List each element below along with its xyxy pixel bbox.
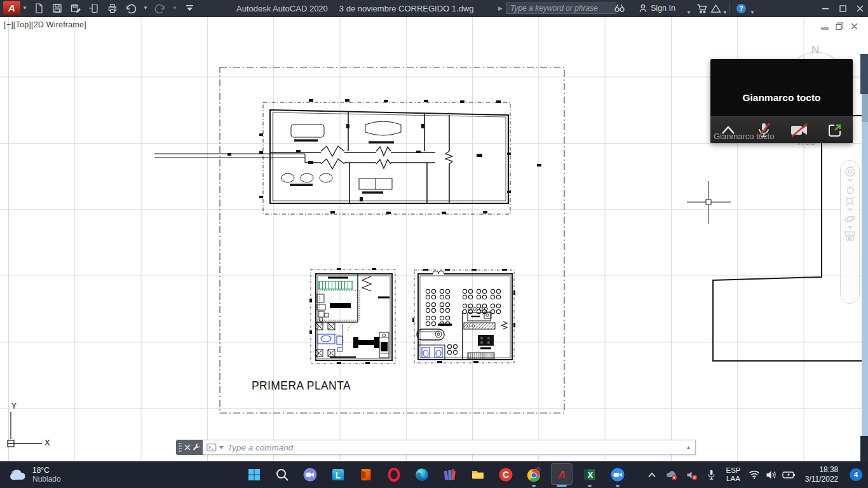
close-command-icon[interactable] (184, 444, 191, 451)
doc-restore-icon[interactable] (836, 22, 844, 30)
command-bar: ▲ (176, 440, 696, 455)
cloudy-weather-icon (9, 468, 27, 482)
taskbar-app-zoom[interactable] (604, 461, 632, 488)
keyboard-language: ESP (726, 466, 740, 474)
taskbar-app-ccleaner[interactable]: C (492, 461, 520, 488)
customize-wrench-icon[interactable] (193, 444, 200, 451)
taskbar-app-winrar[interactable] (436, 461, 464, 488)
undo-dropdown[interactable]: ▼ (142, 1, 149, 15)
lower-left-plan (309, 268, 395, 364)
save-as-button[interactable] (69, 1, 83, 15)
taskbar-app-opera[interactable] (380, 461, 408, 488)
viewport-view-control[interactable]: [Top] (13, 20, 31, 29)
compass-north-label: N (811, 44, 819, 56)
battery-charging-icon[interactable] (779, 471, 798, 479)
clock[interactable]: 18:38 3/11/2022 (798, 465, 845, 484)
orbit-icon[interactable] (844, 214, 855, 224)
volume-icon[interactable] (763, 470, 779, 480)
autocad-menu-button[interactable]: A (3, 1, 20, 15)
keyboard-layout: LAA (726, 475, 740, 482)
drag-grip-icon[interactable] (179, 442, 182, 452)
plan-caption: PRIMERA PLANTA (252, 379, 351, 393)
plot-button[interactable] (105, 1, 119, 15)
notification-center-button[interactable]: 4 (845, 468, 867, 481)
recent-commands-dropdown-icon[interactable] (219, 446, 224, 449)
search-collapse-arrow[interactable]: ▶ (498, 1, 503, 15)
ucs-x-label: X (44, 438, 50, 447)
svg-text:L: L (336, 470, 341, 480)
open-full-window-icon[interactable] (824, 121, 846, 140)
meeting-overlay-window[interactable]: Gianmarco tocto Gianmarco tocto (710, 59, 853, 143)
sign-in-dropdown[interactable]: ▼ (686, 6, 691, 20)
autodesk-app-dropdown[interactable]: ▼ (722, 6, 728, 20)
close-button[interactable] (851, 0, 868, 17)
minimize-button[interactable] (817, 0, 834, 17)
autodesk-app-icon[interactable] (710, 1, 721, 15)
right-scrollbar[interactable] (862, 94, 868, 436)
zoom-dropdown-icon[interactable] (848, 208, 853, 212)
taskbar-app-start[interactable] (240, 461, 268, 488)
tray-date: 3/11/2022 (805, 475, 839, 484)
doc-close-icon[interactable] (850, 22, 858, 30)
command-input[interactable] (226, 442, 683, 453)
orbit-dropdown-icon[interactable] (848, 226, 853, 229)
svg-text:A: A (557, 468, 566, 482)
new-file-button[interactable] (32, 1, 46, 15)
svg-text:?: ? (739, 4, 743, 12)
svg-text:C: C (503, 470, 509, 480)
doc-minimize-icon[interactable] (821, 22, 829, 30)
redo-dropdown[interactable]: ▼ (172, 1, 178, 15)
weather-widget[interactable]: 18°C Nublado (5, 461, 65, 488)
microphone-muted-icon[interactable] (753, 121, 775, 140)
save-to-web-mobile-button[interactable] (87, 1, 101, 15)
save-button[interactable] (50, 1, 64, 15)
wifi-icon[interactable] (746, 470, 763, 479)
meeting-controls-bar (710, 116, 853, 143)
taskbar-app-office[interactable] (352, 461, 380, 488)
command-prompt-icon (207, 444, 217, 452)
redo-button[interactable] (153, 1, 167, 15)
store-cart-icon[interactable] (696, 1, 708, 15)
taskbar-app-file-explorer[interactable] (464, 461, 492, 488)
help-dropdown[interactable]: ▼ (750, 6, 755, 20)
right-edge-panel-bottom (860, 436, 868, 461)
ucs-y-label: Y (11, 401, 17, 410)
maximize-button[interactable] (834, 0, 851, 17)
tray-chevron-up-icon[interactable] (643, 472, 661, 478)
command-input-area[interactable]: ▲ (203, 440, 696, 455)
keyboard-layout-indicator[interactable]: ESP LAA (721, 466, 746, 483)
collapse-chevron-icon[interactable] (717, 121, 739, 140)
taskbar-app-edge[interactable] (408, 461, 436, 488)
sign-in-label[interactable]: Sign In (651, 1, 675, 15)
taskbar-app-chat[interactable] (296, 461, 324, 488)
weather-condition: Nublado (32, 475, 61, 484)
camera-muted-icon[interactable] (789, 121, 810, 140)
wheel-dropdown-icon[interactable] (848, 179, 853, 182)
tray-sync-error-icon[interactable] (661, 470, 681, 480)
showmotion-icon[interactable] (844, 231, 855, 241)
sign-in-user-icon[interactable] (638, 1, 648, 15)
undo-button[interactable] (124, 1, 138, 15)
chevron-down-icon[interactable]: ▼ (22, 6, 27, 11)
full-navigation-wheel-icon[interactable] (844, 166, 856, 177)
pan-hand-icon[interactable] (845, 184, 855, 194)
search-icon[interactable] (614, 1, 625, 15)
restroom-fixtures-blue (422, 348, 442, 358)
tray-audio-error-icon[interactable] (681, 470, 702, 480)
command-history-expand-icon[interactable]: ▲ (686, 444, 691, 451)
taskbar-app-chrome[interactable] (520, 461, 548, 488)
viewport-minimize-control[interactable]: [−] (4, 20, 13, 29)
command-bar-handle[interactable] (176, 440, 203, 455)
help-icon[interactable]: ? (736, 1, 747, 15)
document-title: 3 de noviembre CORREGIDO 1.dwg (339, 4, 474, 13)
taskbar-app-search[interactable] (268, 461, 296, 488)
taskbar-app-l-app[interactable]: L (324, 461, 352, 488)
viewport-visual-style-control[interactable]: [2D Wireframe] (31, 20, 86, 29)
taskbar-app-autocad[interactable]: A (548, 461, 576, 488)
customize-qat-dropdown[interactable] (182, 1, 196, 15)
titlebar-separator (729, 3, 730, 13)
taskbar-app-excel[interactable]: X (576, 461, 604, 488)
tray-microphone-icon[interactable] (702, 469, 721, 481)
keyword-search-input[interactable] (506, 3, 616, 14)
zoom-extents-icon[interactable] (845, 196, 855, 207)
